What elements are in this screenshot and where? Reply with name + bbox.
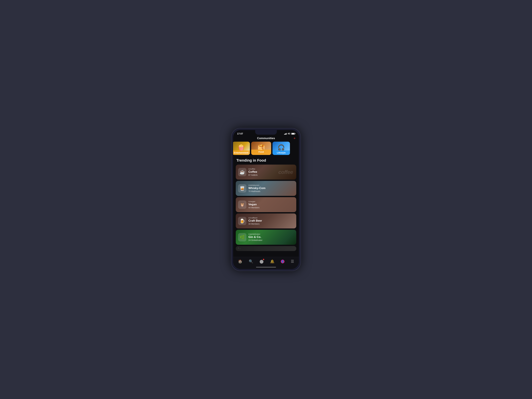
tab-label-food: Food <box>253 151 270 153</box>
home-indicator <box>233 265 299 269</box>
category-tabs: Entertainment Food Lifestyle <box>233 142 299 155</box>
community-path-gin: /c/ginliebhaber <box>248 233 262 235</box>
community-icon-whisky: 🥃 <box>238 184 246 192</box>
tab-food[interactable]: Food <box>251 142 271 155</box>
community-info-coffee: /c/coffee Coffee 87 Addicts <box>248 168 258 176</box>
avatar: 👤 <box>281 260 285 263</box>
nav-bell[interactable]: 🔔 <box>268 259 277 264</box>
community-icon-vegan: 🦉 <box>238 201 246 209</box>
nav-profile[interactable]: 👤 <box>279 259 286 264</box>
menu-icon: ☰ <box>291 259 294 264</box>
signal-bars-icon <box>284 133 287 135</box>
community-path-coffee: /c/coffee <box>248 168 258 170</box>
community-members-vegan: 44 Members <box>248 207 260 209</box>
scroll-content[interactable]: Trending in Food ☕ /c/coffee Coffee 87 A… <box>233 156 299 257</box>
bottom-nav: 🏠 🔍 ⬤ 🔔 👤 ☰ <box>233 257 299 265</box>
notification-badge <box>263 259 264 260</box>
tab-entertainment[interactable]: Entertainment <box>233 142 250 155</box>
community-name-craftbeer: Craft Beer <box>248 219 262 222</box>
community-members-gin: 24 Ginliebhaber <box>248 239 262 241</box>
tab-overlay-entertainment: Entertainment <box>233 151 250 155</box>
page-title: Communities <box>257 137 275 140</box>
community-icon-gin: 🌿 <box>238 233 246 241</box>
battery-icon <box>291 133 295 135</box>
community-icon-coffee: ☕ <box>238 168 246 176</box>
tab-lifestyle[interactable]: Lifestyle <box>272 142 290 155</box>
community-name-gin: Gin & Co. <box>248 235 262 239</box>
tab-overlay-food: Food <box>251 150 271 155</box>
community-members-craftbeer: 34 Members <box>248 223 262 225</box>
card-content-gin: 🌿 /c/ginliebhaber Gin & Co. 24 Ginliebha… <box>236 233 265 241</box>
community-members-whisky: 70 Maltheads <box>248 190 266 192</box>
header: Communities + <box>233 136 299 142</box>
tab-overlay-lifestyle: Lifestyle <box>272 151 290 155</box>
community-card-vegan[interactable]: 🦉 /c/vegan Vegan 44 Members <box>236 197 296 212</box>
network-label: 4G <box>288 133 290 135</box>
search-icon: 🔍 <box>249 259 253 264</box>
community-info-vegan: /c/vegan Vegan 44 Members <box>248 201 260 209</box>
nav-notifications[interactable]: ⬤ <box>258 259 266 264</box>
community-path-craftbeer: /c/craftbeer <box>248 217 262 219</box>
phone-frame: 17:07 4G Communities + <box>231 128 301 271</box>
community-name-whisky: Whisky-Com <box>248 187 266 190</box>
card-content-coffee: ☕ /c/coffee Coffee 87 Addicts <box>236 168 260 176</box>
status-icons: 4G <box>284 133 295 135</box>
card-content-vegan: 🦉 /c/vegan Vegan 44 Members <box>236 201 262 209</box>
notch <box>255 130 277 135</box>
community-info-whisky: /c/whiskycom Whisky-Com 70 Maltheads <box>248 184 266 192</box>
nav-search[interactable]: 🔍 <box>247 259 255 264</box>
partial-card: / ... <box>236 246 296 251</box>
community-icon-craftbeer: 🍺 <box>238 217 246 225</box>
home-bar <box>256 267 276 267</box>
community-card-gin[interactable]: 🌿 /c/ginliebhaber Gin & Co. 24 Ginliebha… <box>236 230 296 245</box>
dot-icon: ⬤ <box>260 259 264 264</box>
active-indicator <box>253 154 270 154</box>
community-name-vegan: Vegan <box>248 203 260 206</box>
nav-menu[interactable]: ☰ <box>289 259 296 264</box>
community-members-coffee: 87 Addicts <box>248 174 258 176</box>
community-card-craftbeer[interactable]: 🍺 /c/craftbeer Craft Beer 34 Members <box>236 214 296 228</box>
community-name-coffee: Coffee <box>248 170 258 174</box>
card-content-whisky: 🥃 /c/whiskycom Whisky-Com 70 Maltheads <box>236 184 268 192</box>
community-path-whisky: /c/whiskycom <box>248 184 266 186</box>
home-icon: 🏠 <box>238 259 242 264</box>
trending-title: Trending in Food <box>233 156 299 165</box>
nav-home[interactable]: 🏠 <box>236 259 244 264</box>
card-content-craftbeer: 🍺 /c/craftbeer Craft Beer 34 Members <box>236 217 264 225</box>
phone-screen: 17:07 4G Communities + <box>233 130 299 269</box>
community-card-coffee[interactable]: ☕ /c/coffee Coffee 87 Addicts <box>236 165 296 180</box>
community-info-gin: /c/ginliebhaber Gin & Co. 24 Ginliebhabe… <box>248 233 262 241</box>
tab-label-entertainment: Entertainment <box>234 152 248 154</box>
status-time: 17:07 <box>237 132 243 135</box>
add-community-button[interactable]: + <box>293 137 296 140</box>
bell-icon: 🔔 <box>270 259 274 264</box>
community-path-vegan: /c/vegan <box>248 201 260 203</box>
community-card-whisky[interactable]: 🥃 /c/whiskycom Whisky-Com 70 Maltheads <box>236 181 296 196</box>
tab-label-lifestyle: Lifestyle <box>274 152 289 154</box>
community-info-craftbeer: /c/craftbeer Craft Beer 34 Members <box>248 217 262 225</box>
